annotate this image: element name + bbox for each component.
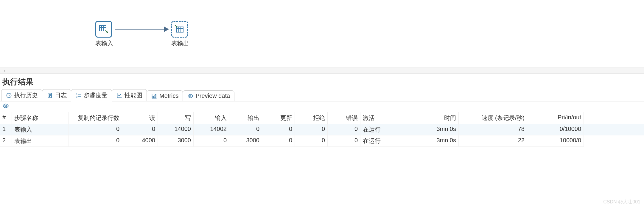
col-read[interactable]: 读	[122, 112, 158, 124]
cell: 0	[69, 135, 122, 147]
clock-icon	[6, 92, 12, 99]
col-speed[interactable]: 速度 (条记录/秒)	[459, 112, 527, 124]
tab-label: 步骤度量	[84, 91, 108, 99]
col-write[interactable]: 写	[158, 112, 194, 124]
cell: 0	[122, 124, 158, 135]
tab-label: 性能图	[125, 91, 142, 99]
document-icon	[46, 92, 53, 99]
cell: 0	[328, 124, 360, 135]
col-copied[interactable]: 复制的记录行数	[69, 112, 122, 124]
transformation-canvas[interactable]: 表输入 表输出	[0, 0, 644, 67]
eye-icon	[2, 103, 9, 109]
col-index[interactable]: #	[0, 112, 12, 124]
tab-label: 日志	[55, 91, 67, 99]
col-input[interactable]: 输入	[194, 112, 229, 124]
tab-log[interactable]: 日志	[42, 89, 71, 101]
tab-step-metrics[interactable]: 12 步骤度量	[71, 89, 112, 101]
cell: 14002	[194, 124, 229, 135]
connection-arrow[interactable]	[115, 29, 168, 30]
cell: 0	[262, 124, 295, 135]
cell: 0	[69, 124, 122, 135]
eye-icon	[187, 93, 194, 99]
cell: 14000	[158, 124, 194, 135]
cell: 78	[459, 124, 527, 135]
node-table-input[interactable]: 表输入	[95, 21, 113, 47]
cell: 表输出	[12, 135, 69, 147]
cell: 22	[459, 135, 527, 147]
table-row[interactable]: 1表输入0014000140020000在运行3mn 0s780/10000	[0, 124, 644, 135]
cell: 3000	[158, 135, 194, 147]
svg-rect-18	[154, 95, 155, 98]
node-table-output[interactable]: 表输出	[171, 21, 189, 47]
tab-performance-graph[interactable]: 性能图	[112, 89, 147, 101]
cell: 0	[295, 124, 328, 135]
toolbar-eye[interactable]	[0, 101, 644, 112]
tab-metrics[interactable]: Metrics	[147, 90, 183, 101]
svg-point-20	[190, 95, 191, 97]
svg-point-21	[5, 105, 7, 107]
list-ordered-icon: 12	[75, 92, 82, 99]
cell: 1	[0, 124, 12, 135]
col-pri[interactable]: Pri/in/out	[527, 112, 584, 124]
cell: 0	[262, 135, 295, 147]
cell: 3mn 0s	[408, 135, 459, 147]
cell: 2	[0, 135, 12, 147]
node-label: 表输出	[171, 39, 189, 47]
bar-chart-icon	[151, 93, 158, 99]
cell: 0	[328, 135, 360, 147]
svg-rect-4	[177, 27, 183, 32]
tab-preview-data[interactable]: Preview data	[183, 90, 234, 101]
col-step-name[interactable]: 步骤名称	[12, 112, 69, 124]
col-update[interactable]: 更新	[262, 112, 295, 124]
chart-line-icon	[116, 92, 123, 99]
table-row[interactable]: 2表输出04000300003000000在运行3mn 0s2210000/0	[0, 135, 644, 147]
tab-history[interactable]: 执行历史	[1, 89, 42, 101]
col-errors[interactable]: 错误	[328, 112, 360, 124]
cell: 0	[194, 135, 229, 147]
metrics-table: # 步骤名称 复制的记录行数 读 写 输入 输出 更新 拒绝 错误 激活 时间 …	[0, 112, 644, 147]
col-output[interactable]: 输出	[229, 112, 262, 124]
table-output-icon	[171, 21, 188, 38]
col-active[interactable]: 激活	[360, 112, 408, 124]
tab-label: 执行历史	[14, 91, 38, 99]
svg-text:2: 2	[76, 95, 77, 98]
cell: 在运行	[360, 124, 408, 135]
table-input-icon	[95, 21, 112, 38]
section-title: 执行结果	[0, 74, 644, 89]
cell: 10000/0	[527, 135, 584, 147]
cell: 3000	[229, 135, 262, 147]
svg-rect-0	[99, 26, 106, 31]
col-reject[interactable]: 拒绝	[295, 112, 328, 124]
results-tabs: 执行历史 日志 12 步骤度量 性能图 Metrics Preview data	[0, 89, 644, 101]
cell: 0	[295, 135, 328, 147]
tab-label: Metrics	[159, 92, 178, 99]
cell: 3mn 0s	[408, 124, 459, 135]
tab-label: Preview data	[195, 92, 230, 99]
col-time[interactable]: 时间	[408, 112, 459, 124]
horizontal-scroll-hint[interactable]: ‹	[0, 67, 644, 74]
cell: 4000	[122, 135, 158, 147]
svg-rect-17	[153, 96, 154, 98]
cell: 在运行	[360, 135, 408, 147]
cell: 0	[229, 124, 262, 135]
node-label: 表输入	[95, 39, 113, 47]
cell: 表输入	[12, 124, 69, 135]
table-header-row: # 步骤名称 复制的记录行数 读 写 输入 输出 更新 拒绝 错误 激活 时间 …	[0, 112, 644, 124]
cell: 0/10000	[527, 124, 584, 135]
svg-rect-19	[155, 94, 156, 98]
